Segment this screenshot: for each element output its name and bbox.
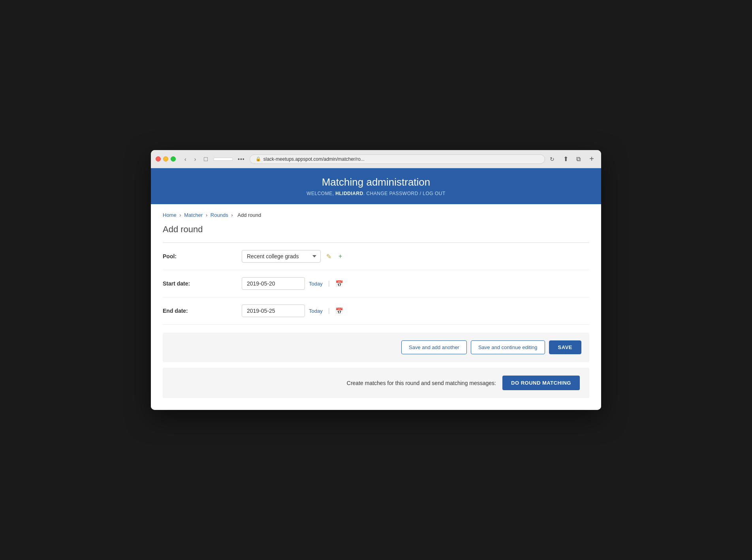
start-date-separator: | (328, 280, 330, 287)
start-date-input[interactable] (242, 277, 305, 290)
round-matching-section: Create matches for this round and send m… (163, 368, 589, 398)
minimize-button[interactable] (163, 156, 168, 162)
pool-label: Pool: (163, 253, 242, 259)
url-bar[interactable]: 🔒 slack-meetups.appspot.com/admin/matche… (250, 154, 545, 164)
form-section: Pool: Recent college grads ✎ + Start dat… (163, 242, 589, 325)
browser-actions: ⬆ ⧉ (560, 154, 584, 164)
save-continue-button[interactable]: Save and continue editing (471, 340, 545, 354)
start-date-label: Start date: (163, 280, 242, 287)
pool-edit-button[interactable]: ✎ (325, 252, 333, 261)
end-date-input[interactable] (242, 304, 305, 317)
end-date-label: End date: (163, 308, 242, 314)
page-content: Home › Matcher › Rounds › Add round Add … (151, 204, 601, 410)
welcome-prefix: WELCOME, (306, 191, 334, 196)
breadcrumb-home[interactable]: Home (163, 212, 177, 218)
browser-chrome: ‹ › □ ••• 🔒 slack-meetups.appspot.com/ad… (151, 150, 601, 168)
forward-button[interactable]: › (192, 155, 199, 163)
breadcrumb: Home › Matcher › Rounds › Add round (163, 212, 589, 218)
start-date-row: Start date: Today | 📅 (163, 270, 589, 297)
site-title: Matching administration (159, 176, 593, 188)
breadcrumb-sep2: › (206, 212, 207, 218)
save-button[interactable]: SAVE (549, 340, 581, 354)
logout-link[interactable]: LOG OUT (423, 191, 446, 196)
browser-window: ‹ › □ ••• 🔒 slack-meetups.appspot.com/ad… (151, 150, 601, 410)
back-button[interactable]: ‹ (182, 155, 189, 163)
end-date-today-link[interactable]: Today (309, 308, 323, 314)
breadcrumb-sep1: › (179, 212, 181, 218)
breadcrumb-current: Add round (237, 212, 261, 218)
traffic-lights (156, 156, 176, 162)
refresh-button[interactable]: ↻ (547, 155, 557, 163)
start-date-calendar-icon[interactable]: 📅 (335, 280, 343, 288)
breadcrumb-rounds[interactable]: Rounds (211, 212, 228, 218)
close-button[interactable] (156, 156, 161, 162)
tab-pill (213, 158, 233, 161)
end-date-row: End date: Today | 📅 (163, 297, 589, 325)
new-tab-button[interactable]: + (587, 154, 596, 163)
page-header: Matching administration WELCOME, HLIDDIA… (151, 168, 601, 204)
url-bar-area: ••• 🔒 slack-meetups.appspot.com/admin/ma… (213, 154, 557, 164)
start-date-today-link[interactable]: Today (309, 281, 323, 287)
save-add-another-button[interactable]: Save and add another (401, 340, 467, 354)
separator: / (420, 191, 421, 196)
pool-select[interactable]: Recent college grads (242, 250, 321, 263)
actions-section: Save and add another Save and continue e… (163, 333, 589, 362)
end-date-field: Today | 📅 (242, 304, 343, 317)
breadcrumb-sep3: › (231, 212, 233, 218)
url-text: slack-meetups.appspot.com/admin/matcher/… (263, 156, 365, 162)
breadcrumb-matcher[interactable]: Matcher (184, 212, 203, 218)
pool-add-button[interactable]: + (337, 252, 344, 261)
fullscreen-button[interactable] (171, 156, 176, 162)
duplicate-button[interactable]: ⧉ (573, 154, 584, 164)
do-round-matching-button[interactable]: DO ROUND MATCHING (502, 376, 580, 390)
lock-icon: 🔒 (256, 156, 261, 162)
change-password-link[interactable]: CHANGE PASSWORD (367, 191, 418, 196)
end-date-calendar-icon[interactable]: 📅 (335, 307, 343, 315)
sidebar-toggle-button[interactable]: □ (201, 154, 210, 164)
end-date-separator: | (328, 307, 330, 314)
username: HLIDDIARD (335, 191, 363, 196)
start-date-field: Today | 📅 (242, 277, 343, 290)
round-matching-description: Create matches for this round and send m… (347, 380, 496, 386)
welcome-bar: WELCOME, HLIDDIARD. CHANGE PASSWORD / LO… (159, 191, 593, 196)
pool-field: Recent college grads ✎ + (242, 250, 344, 263)
page-title: Add round (163, 224, 589, 235)
pool-row: Pool: Recent college grads ✎ + (163, 243, 589, 270)
share-button[interactable]: ⬆ (560, 154, 572, 164)
tabs-button[interactable]: ••• (235, 155, 247, 163)
